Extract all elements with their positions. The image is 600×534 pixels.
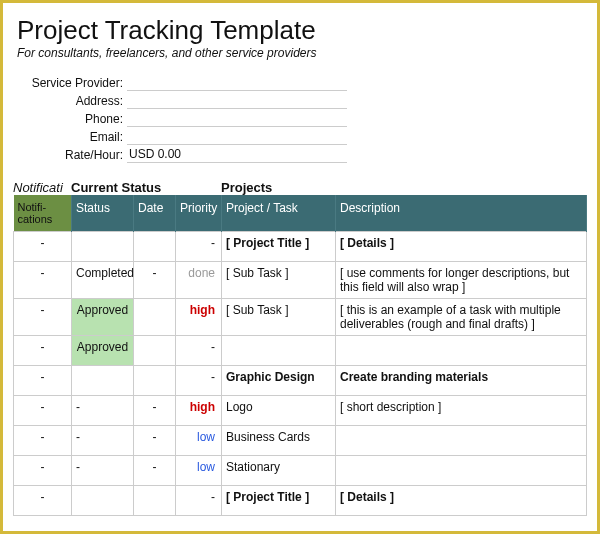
table-row: --Graphic DesignCreate branding material… <box>14 366 587 396</box>
cell-status[interactable]: Approved <box>72 299 134 336</box>
section-current-status: Current Status <box>71 180 221 195</box>
cell-notification[interactable]: - <box>14 366 72 396</box>
section-projects: Projects <box>221 180 272 195</box>
page-title: Project Tracking Template <box>17 15 587 46</box>
col-status: Status <box>72 195 134 232</box>
cell-notification[interactable]: - <box>14 232 72 262</box>
cell-priority[interactable]: - <box>176 232 222 262</box>
label-address: Address: <box>17 94 127 108</box>
info-row-rate: Rate/Hour: USD 0.00 <box>17 146 587 164</box>
label-provider: Service Provider: <box>17 76 127 90</box>
cell-date[interactable] <box>134 336 176 366</box>
cell-date[interactable] <box>134 366 176 396</box>
cell-notification[interactable]: - <box>14 396 72 426</box>
cell-description[interactable] <box>336 426 587 456</box>
cell-status[interactable]: - <box>72 456 134 486</box>
cell-status[interactable]: - <box>72 426 134 456</box>
cell-status[interactable] <box>72 486 134 516</box>
col-priority: Priority <box>176 195 222 232</box>
info-row-provider: Service Provider: <box>17 74 587 92</box>
label-phone: Phone: <box>17 112 127 126</box>
table-row: --[ Project Title ][ Details ] <box>14 232 587 262</box>
cell-description[interactable]: [ Details ] <box>336 232 587 262</box>
info-row-email: Email: <box>17 128 587 146</box>
cell-description[interactable]: [ use comments for longer descriptions, … <box>336 262 587 299</box>
col-description: Description <box>336 195 587 232</box>
table-row: --[ Project Title ][ Details ] <box>14 486 587 516</box>
cell-date[interactable] <box>134 486 176 516</box>
cell-priority[interactable]: low <box>176 426 222 456</box>
cell-task[interactable]: Stationary <box>222 456 336 486</box>
cell-notification[interactable]: - <box>14 336 72 366</box>
cell-task[interactable]: [ Project Title ] <box>222 232 336 262</box>
cell-status[interactable]: Completed <box>72 262 134 299</box>
field-rate[interactable]: USD 0.00 <box>127 147 347 163</box>
cell-notification[interactable]: - <box>14 486 72 516</box>
cell-description[interactable]: Create branding materials <box>336 366 587 396</box>
cell-status[interactable]: - <box>72 396 134 426</box>
projects-table: Notifi-cations Status Date Priority Proj… <box>13 195 587 516</box>
field-email[interactable] <box>127 129 347 145</box>
cell-task[interactable]: [ Sub Task ] <box>222 262 336 299</box>
col-notifications: Notifi-cations <box>14 195 72 232</box>
cell-priority[interactable]: low <box>176 456 222 486</box>
cell-task[interactable] <box>222 336 336 366</box>
cell-task[interactable]: Logo <box>222 396 336 426</box>
label-rate: Rate/Hour: <box>17 148 127 162</box>
col-project-task: Project / Task <box>222 195 336 232</box>
table-row: ---lowBusiness Cards <box>14 426 587 456</box>
cell-task[interactable]: Graphic Design <box>222 366 336 396</box>
cell-priority[interactable]: high <box>176 299 222 336</box>
table-row: -Approvedhigh[ Sub Task ][ this is an ex… <box>14 299 587 336</box>
cell-notification[interactable]: - <box>14 426 72 456</box>
cell-date[interactable]: - <box>134 456 176 486</box>
col-date: Date <box>134 195 176 232</box>
section-labels: Notificati Current Status Projects <box>13 180 587 195</box>
cell-date[interactable]: - <box>134 396 176 426</box>
cell-task[interactable]: Business Cards <box>222 426 336 456</box>
provider-info-block: Service Provider: Address: Phone: Email:… <box>17 74 587 164</box>
table-row: -Approved- <box>14 336 587 366</box>
cell-priority[interactable]: - <box>176 486 222 516</box>
cell-description[interactable]: [ short description ] <box>336 396 587 426</box>
document-frame: Project Tracking Template For consultant… <box>0 0 600 534</box>
cell-priority[interactable]: - <box>176 366 222 396</box>
table-row: ---highLogo[ short description ] <box>14 396 587 426</box>
info-row-phone: Phone: <box>17 110 587 128</box>
cell-status[interactable] <box>72 366 134 396</box>
cell-notification[interactable]: - <box>14 456 72 486</box>
field-phone[interactable] <box>127 111 347 127</box>
info-row-address: Address: <box>17 92 587 110</box>
cell-task[interactable]: [ Sub Task ] <box>222 299 336 336</box>
cell-priority[interactable]: done <box>176 262 222 299</box>
table-row: ---lowStationary <box>14 456 587 486</box>
cell-notification[interactable]: - <box>14 299 72 336</box>
table-row: -Completed-done[ Sub Task ][ use comment… <box>14 262 587 299</box>
cell-status[interactable] <box>72 232 134 262</box>
label-email: Email: <box>17 130 127 144</box>
table-header-row: Notifi-cations Status Date Priority Proj… <box>14 195 587 232</box>
cell-date[interactable]: - <box>134 426 176 456</box>
cell-description[interactable]: [ this is an example of a task with mult… <box>336 299 587 336</box>
field-provider[interactable] <box>127 75 347 91</box>
cell-status[interactable]: Approved <box>72 336 134 366</box>
cell-date[interactable]: - <box>134 262 176 299</box>
cell-description[interactable] <box>336 456 587 486</box>
cell-priority[interactable]: high <box>176 396 222 426</box>
cell-description[interactable]: [ Details ] <box>336 486 587 516</box>
cell-priority[interactable]: - <box>176 336 222 366</box>
cell-description[interactable] <box>336 336 587 366</box>
cell-date[interactable] <box>134 299 176 336</box>
cell-notification[interactable]: - <box>14 262 72 299</box>
cell-task[interactable]: [ Project Title ] <box>222 486 336 516</box>
page-subtitle: For consultants, freelancers, and other … <box>17 46 587 60</box>
section-notifications: Notificati <box>13 180 71 195</box>
field-address[interactable] <box>127 93 347 109</box>
cell-date[interactable] <box>134 232 176 262</box>
